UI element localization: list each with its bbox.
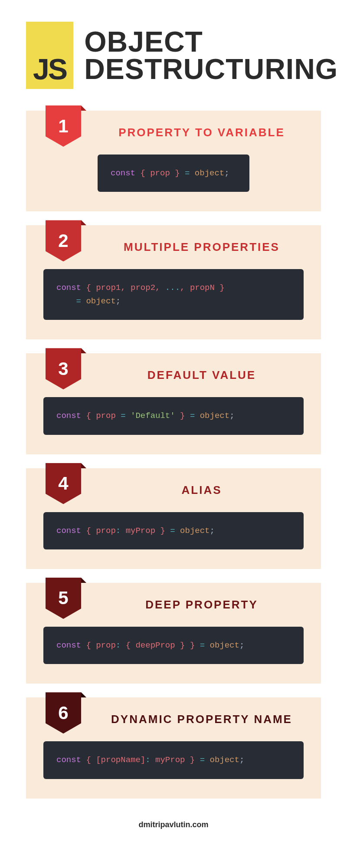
code-semi: ; bbox=[239, 755, 244, 765]
section-title: DYNAMIC PROPERTY NAME bbox=[100, 713, 304, 726]
section-title: DEEP PROPERTY bbox=[100, 598, 304, 612]
code-eq: = bbox=[121, 411, 125, 421]
section-number-badge: 1 bbox=[46, 105, 81, 147]
section-number-badge: 4 bbox=[46, 463, 81, 504]
code-block: const { prop = 'Default' } = object; bbox=[43, 397, 304, 434]
code-operator: = bbox=[76, 296, 81, 306]
badge-wrapper: 5 bbox=[46, 578, 81, 619]
code-value: object bbox=[205, 755, 239, 765]
code-spread: ... bbox=[165, 283, 180, 293]
code-colon: : bbox=[116, 641, 121, 650]
code-close: } bbox=[175, 411, 190, 421]
code-block: const { [propName]: myProp } = object; bbox=[43, 741, 304, 779]
code-rest: , propN } bbox=[180, 283, 225, 293]
badge-fold-icon bbox=[81, 105, 86, 111]
code-semi: ; bbox=[239, 641, 244, 650]
badge-wrapper: 6 bbox=[46, 692, 81, 733]
badge-fold-icon bbox=[81, 692, 86, 697]
code-operator: = bbox=[185, 168, 190, 178]
code-value: object bbox=[205, 641, 239, 650]
code-nested: { deepProp } } bbox=[121, 641, 200, 650]
page-title: OBJECT DESTRUCTURING bbox=[84, 28, 338, 82]
code-open: { prop bbox=[81, 641, 116, 650]
code-block: const { prop1, prop2, ..., propN } = obj… bbox=[43, 269, 304, 320]
code-colon: : bbox=[116, 526, 121, 536]
section-4: 4 ALIAS const { prop: myProp } = object; bbox=[26, 468, 321, 569]
badge-wrapper: 1 bbox=[46, 105, 81, 147]
code-operator: = bbox=[200, 755, 205, 765]
code-block: const { prop: myProp } = object; bbox=[43, 512, 304, 549]
code-open: { prop bbox=[81, 526, 116, 536]
code-operator: = bbox=[170, 526, 175, 536]
badge-fold-icon bbox=[81, 348, 86, 353]
code-colon: : bbox=[145, 755, 150, 765]
section-1: 1 PROPERTY TO VARIABLE const { prop } = … bbox=[26, 111, 321, 211]
code-block: const { prop } = object; bbox=[98, 155, 249, 192]
code-keyword: const bbox=[56, 411, 81, 421]
badge-wrapper: 2 bbox=[46, 220, 81, 261]
code-value: object bbox=[81, 296, 116, 306]
section-title: MULTIPLE PROPERTIES bbox=[100, 240, 304, 254]
code-keyword: const bbox=[56, 526, 81, 536]
badge-wrapper: 4 bbox=[46, 463, 81, 504]
code-open: { [propName] bbox=[81, 755, 145, 765]
code-semi: ; bbox=[210, 526, 215, 536]
js-logo-text: JS bbox=[33, 54, 66, 84]
footer-attribution: dmitripavlutin.com bbox=[26, 820, 321, 829]
title-text: OBJECT DESTRUCTURING bbox=[84, 26, 338, 85]
section-6: 6 DYNAMIC PROPERTY NAME const { [propNam… bbox=[26, 697, 321, 798]
sections-container: 1 PROPERTY TO VARIABLE const { prop } = … bbox=[26, 111, 321, 799]
code-value: object bbox=[175, 526, 210, 536]
code-semi: ; bbox=[116, 296, 121, 306]
js-logo-icon: JS bbox=[26, 22, 73, 89]
code-alias: myProp } bbox=[121, 526, 170, 536]
code-keyword: const bbox=[56, 283, 81, 293]
code-indent bbox=[56, 296, 76, 306]
code-keyword: const bbox=[56, 641, 81, 650]
code-value: object bbox=[195, 411, 229, 421]
code-props: { prop1, prop2, bbox=[81, 283, 165, 293]
code-default: 'Default' bbox=[126, 411, 175, 421]
code-value: object bbox=[190, 168, 224, 178]
section-5: 5 DEEP PROPERTY const { prop: { deepProp… bbox=[26, 583, 321, 684]
section-title: ALIAS bbox=[100, 483, 304, 497]
section-number-badge: 2 bbox=[46, 220, 81, 261]
section-number-badge: 5 bbox=[46, 578, 81, 619]
badge-fold-icon bbox=[81, 463, 86, 468]
code-block: const { prop: { deepProp } } = object; bbox=[43, 627, 304, 664]
section-number-badge: 3 bbox=[46, 348, 81, 389]
code-operator: = bbox=[200, 641, 205, 650]
code-keyword: const bbox=[56, 755, 81, 765]
section-title: DEFAULT VALUE bbox=[100, 368, 304, 382]
badge-fold-icon bbox=[81, 220, 86, 225]
code-operator: = bbox=[190, 411, 195, 421]
badge-fold-icon bbox=[81, 578, 86, 583]
section-2: 2 MULTIPLE PROPERTIES const { prop1, pro… bbox=[26, 225, 321, 339]
header: JS OBJECT DESTRUCTURING bbox=[26, 22, 321, 89]
badge-wrapper: 3 bbox=[46, 348, 81, 389]
code-props: { prop } bbox=[135, 168, 185, 178]
code-open: { prop bbox=[81, 411, 121, 421]
code-keyword: const bbox=[111, 168, 135, 178]
code-alias: myProp } bbox=[151, 755, 200, 765]
code-semi: ; bbox=[224, 168, 229, 178]
section-title: PROPERTY TO VARIABLE bbox=[100, 126, 304, 139]
section-3: 3 DEFAULT VALUE const { prop = 'Default'… bbox=[26, 353, 321, 454]
section-number-badge: 6 bbox=[46, 692, 81, 733]
code-semi: ; bbox=[229, 411, 234, 421]
